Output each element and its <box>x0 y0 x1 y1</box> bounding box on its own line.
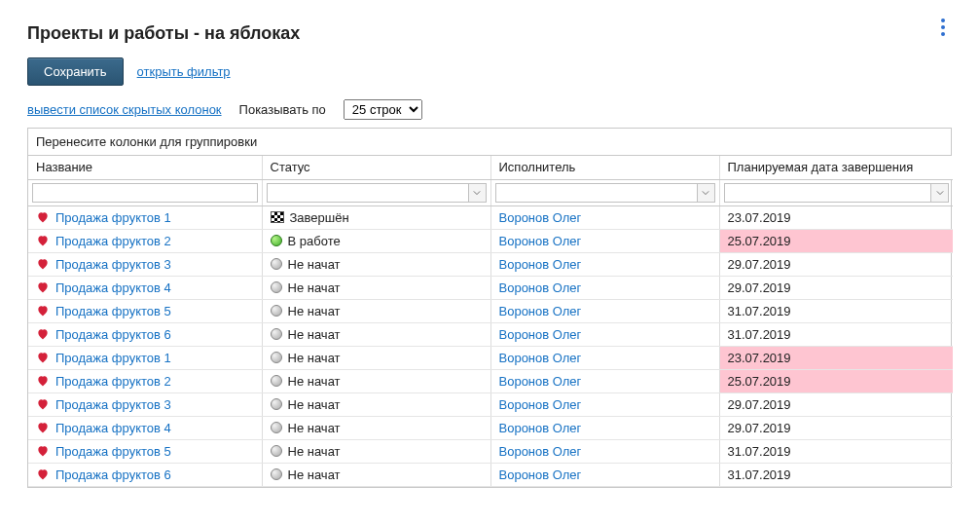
heart-icon <box>36 280 50 294</box>
row-status-label: Не начат <box>288 397 341 412</box>
page-size-label: Показывать по <box>239 102 326 117</box>
page-title: Проекты и работы - на яблоках <box>27 23 300 44</box>
row-name-link[interactable]: Продажа фруктов 2 <box>55 234 171 248</box>
row-status-label: Не начат <box>288 374 341 389</box>
row-status-label: Не начат <box>288 351 341 365</box>
row-assignee-link[interactable]: Воронов Олег <box>499 234 582 248</box>
row-assignee-link[interactable]: Воронов Олег <box>499 327 582 342</box>
heart-icon <box>36 351 50 364</box>
col-header-assignee[interactable]: Исполнитель <box>490 156 719 179</box>
filter-status-dropdown-icon[interactable] <box>469 183 487 203</box>
filter-assignee-dropdown-icon[interactable] <box>698 183 715 203</box>
row-status-label: Не начат <box>288 280 341 295</box>
table-row: Продажа фруктов 1Не начатВоронов Олег23.… <box>28 346 953 369</box>
table-row: Продажа фруктов 6Не начатВоронов Олег31.… <box>28 463 953 486</box>
row-assignee-link[interactable]: Воронов Олег <box>499 421 582 435</box>
filter-status-input[interactable] <box>267 183 469 203</box>
row-assignee-link[interactable]: Воронов Олег <box>499 467 582 482</box>
heart-icon <box>36 397 50 411</box>
heart-icon <box>36 327 50 341</box>
col-header-due[interactable]: Планируемая дата завершения <box>719 156 953 179</box>
table-row: Продажа фруктов 4Не начатВоронов Олег29.… <box>28 276 953 299</box>
row-assignee-link[interactable]: Воронов Олег <box>499 280 582 295</box>
row-name-link[interactable]: Продажа фруктов 5 <box>55 304 171 318</box>
toolbar-secondary: вывести список скрытых колонок Показыват… <box>27 99 953 120</box>
col-header-status[interactable]: Статус <box>262 156 490 179</box>
page-size-select[interactable]: 25 строк <box>344 99 422 120</box>
row-status-label: Не начат <box>288 444 341 459</box>
status-not-started-icon <box>271 258 282 270</box>
heart-icon <box>36 234 50 247</box>
row-due-label: 25.07.2019 <box>728 234 791 248</box>
row-name-link[interactable]: Продажа фруктов 2 <box>55 374 171 389</box>
table-row: Продажа фруктов 5Не начатВоронов Олег31.… <box>28 299 953 322</box>
status-not-started-icon <box>271 468 282 480</box>
row-assignee-link[interactable]: Воронов Олег <box>499 210 582 225</box>
heart-icon <box>36 374 50 388</box>
save-button[interactable]: Сохранить <box>27 57 124 86</box>
row-due-label: 25.07.2019 <box>728 374 791 389</box>
row-due-label: 31.07.2019 <box>728 304 791 318</box>
status-not-started-icon <box>271 305 282 317</box>
row-due-label: 31.07.2019 <box>728 327 791 342</box>
status-not-started-icon <box>271 422 282 433</box>
heart-icon <box>36 444 50 458</box>
row-due-label: 23.07.2019 <box>728 210 791 225</box>
table-row: Продажа фруктов 4Не начатВоронов Олег29.… <box>28 416 953 439</box>
row-name-link[interactable]: Продажа фруктов 1 <box>55 210 171 225</box>
row-status-label: Завершён <box>290 210 349 225</box>
status-not-started-icon <box>271 445 282 457</box>
row-assignee-link[interactable]: Воронов Олег <box>499 304 582 318</box>
row-name-link[interactable]: Продажа фруктов 3 <box>55 397 171 412</box>
row-due-label: 31.07.2019 <box>728 444 791 459</box>
row-name-link[interactable]: Продажа фруктов 3 <box>55 257 171 272</box>
row-name-link[interactable]: Продажа фруктов 1 <box>55 351 171 365</box>
table-row: Продажа фруктов 6Не начатВоронов Олег31.… <box>28 322 953 346</box>
row-status-label: Не начат <box>288 467 341 482</box>
table-row: Продажа фруктов 2Не начатВоронов Олег25.… <box>28 369 953 392</box>
table-row: Продажа фруктов 3Не начатВоронов Олег29.… <box>28 252 953 276</box>
heart-icon <box>36 257 50 271</box>
row-name-link[interactable]: Продажа фруктов 4 <box>55 280 171 295</box>
status-in-progress-icon <box>271 235 282 246</box>
open-filter-link[interactable]: открыть фильтр <box>137 64 231 79</box>
kebab-menu-icon[interactable] <box>933 18 953 37</box>
row-name-link[interactable]: Продажа фруктов 6 <box>55 327 171 342</box>
table-row: Продажа фруктов 1ЗавершёнВоронов Олег23.… <box>28 205 953 229</box>
row-assignee-link[interactable]: Воронов Олег <box>499 444 582 459</box>
row-assignee-link[interactable]: Воронов Олег <box>499 351 582 365</box>
row-status-label: Не начат <box>288 327 341 342</box>
heart-icon <box>36 421 50 434</box>
data-grid: Перенесите колонки для группировки Назва… <box>27 128 952 488</box>
row-due-label: 29.07.2019 <box>728 421 791 435</box>
row-assignee-link[interactable]: Воронов Олег <box>499 257 582 272</box>
heart-icon <box>36 467 50 481</box>
filter-name-input[interactable] <box>32 183 258 203</box>
row-name-link[interactable]: Продажа фруктов 5 <box>55 444 171 459</box>
status-not-started-icon <box>271 352 282 363</box>
grouping-drop-bar[interactable]: Перенесите колонки для группировки <box>28 129 951 156</box>
filter-assignee-input[interactable] <box>495 183 698 203</box>
row-status-label: В работе <box>288 234 341 248</box>
toolbar-primary: Сохранить открыть фильтр <box>27 57 953 86</box>
row-due-label: 23.07.2019 <box>728 351 791 365</box>
row-name-link[interactable]: Продажа фруктов 6 <box>55 467 171 482</box>
row-due-label: 31.07.2019 <box>728 467 791 482</box>
heart-icon <box>36 304 50 318</box>
row-name-link[interactable]: Продажа фруктов 4 <box>55 421 171 435</box>
status-not-started-icon <box>271 328 282 340</box>
row-assignee-link[interactable]: Воронов Олег <box>499 397 582 412</box>
row-assignee-link[interactable]: Воронов Олег <box>499 374 582 389</box>
show-hidden-columns-link[interactable]: вывести список скрытых колонок <box>27 102 222 117</box>
table-row: Продажа фруктов 3Не начатВоронов Олег29.… <box>28 392 953 416</box>
status-not-started-icon <box>271 375 282 387</box>
status-not-started-icon <box>271 398 282 410</box>
table-row: Продажа фруктов 2В работеВоронов Олег25.… <box>28 229 953 252</box>
row-due-label: 29.07.2019 <box>728 257 791 272</box>
filter-due-input[interactable] <box>724 183 932 203</box>
filter-due-dropdown-icon[interactable] <box>931 183 949 203</box>
row-status-label: Не начат <box>288 304 341 318</box>
table-row: Продажа фруктов 5Не начатВоронов Олег31.… <box>28 439 953 463</box>
row-status-label: Не начат <box>288 421 341 435</box>
col-header-name[interactable]: Название <box>28 156 262 179</box>
